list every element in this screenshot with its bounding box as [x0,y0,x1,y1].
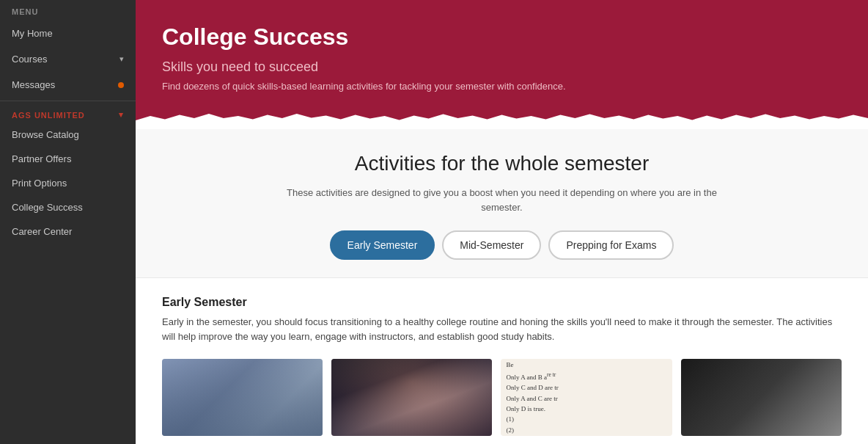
sidebar-item-career-center[interactable]: Career Center [0,219,136,244]
sidebar-item-label: Messages [12,79,55,90]
sidebar-link-label: Partner Offers [12,153,71,164]
activity-card-4[interactable] [681,359,842,436]
activity-card-2[interactable] [331,359,492,436]
sidebar-item-label: My Home [12,28,53,39]
sidebar-link-label: Career Center [12,226,72,237]
menu-label: MENU [0,0,136,21]
tab-prepping-for-exams[interactable]: Prepping for Exams [548,230,674,260]
hero-title: College Success [162,23,842,51]
sidebar-item-courses[interactable]: Courses ▾ [0,46,136,72]
sidebar-item-my-home[interactable]: My Home [0,21,136,46]
tab-buttons-container: Early Semester Mid-Semester Prepping for… [162,230,842,260]
hero-description: Find doezens of quick skills-based learn… [162,81,675,92]
chevron-down-icon: ▾ [119,54,124,64]
sidebar-item-label: Courses [12,54,47,65]
sidebar-item-partner-offers[interactable]: Partner Offers [0,147,136,171]
activities-description: These activities are designed to give yo… [282,186,722,214]
hero-tear-decoration [136,107,868,129]
chevron-down-icon: ▾ [119,110,124,120]
activity-card-3[interactable]: Be Only A and B are tr Only C and D are … [501,359,673,436]
activity-card-1[interactable] [162,359,323,436]
sidebar-divider [0,101,136,101]
early-semester-heading: Early Semester [162,296,842,309]
notification-dot [118,82,124,88]
sidebar-item-print-options[interactable]: Print Options [0,171,136,195]
sidebar: MENU My Home Courses ▾ Messages AGS UNLI… [0,0,136,444]
activity-cards-row: Be Only A and B are tr Only C and D are … [162,359,842,436]
sidebar-link-label: Browse Catalog [12,129,79,140]
sidebar-section-label-text: AGS UNLIMITED [12,111,85,120]
sidebar-item-college-success[interactable]: College Success [0,195,136,219]
sidebar-section-ags[interactable]: AGS UNLIMITED ▾ [0,104,136,123]
activities-section: Activities for the whole semester These … [136,128,868,278]
sidebar-item-browse-catalog[interactable]: Browse Catalog [0,123,136,147]
early-semester-text: Early in the semester, you should focus … [162,315,842,344]
early-semester-section: Early Semester Early in the semester, yo… [136,278,868,444]
exam-text: Be Only A and B are tr Only C and D are … [507,360,667,435]
hero-subtitle: Skills you need to succeed [162,59,842,75]
tab-mid-semester[interactable]: Mid-Semester [442,230,541,260]
sidebar-link-label: College Success [12,202,83,213]
tab-early-semester[interactable]: Early Semester [330,230,435,260]
hero-section: College Success Skills you need to succe… [136,0,868,128]
sidebar-item-messages[interactable]: Messages [0,72,136,98]
main-content: College Success Skills you need to succe… [136,0,868,444]
activities-title: Activities for the whole semester [162,152,842,175]
sidebar-link-label: Print Options [12,178,67,189]
